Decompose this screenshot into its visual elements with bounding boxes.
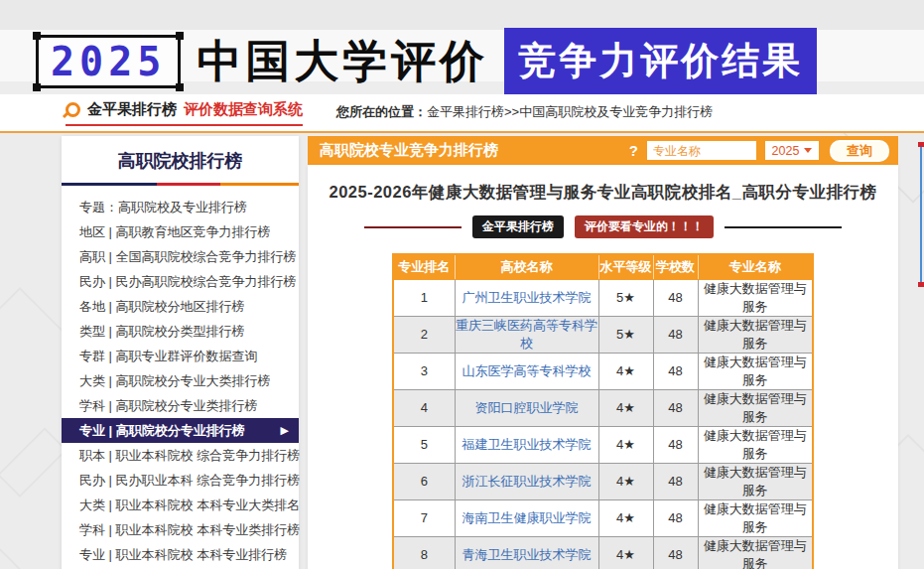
college-link[interactable]: 广州卫生职业技术学院 bbox=[462, 290, 592, 305]
site-brand[interactable]: 金平果排行榜评价数据查询系统 bbox=[66, 100, 303, 126]
college-link[interactable]: 山东医学高等专科学校 bbox=[462, 363, 592, 378]
college-name-cell: 山东医学高等专科学校 bbox=[455, 353, 598, 389]
sidebar-menu: 专题：高职院校及专业排行榜地区 | 高职教育地区竞争力排行榜高职 | 全国高职院… bbox=[62, 186, 299, 567]
content-header-bar: 高职院校专业竞争力排行榜 ? 2025 查询 bbox=[308, 136, 898, 165]
school-count-cell: 48 bbox=[653, 463, 698, 499]
level-cell: 4★ bbox=[598, 499, 653, 536]
major-name-input[interactable] bbox=[647, 141, 756, 160]
major-name-cell: 健康大数据管理与服务 bbox=[698, 316, 813, 353]
rank-cell: 5 bbox=[393, 426, 455, 463]
sidebar-title: 高职院校排行榜 bbox=[62, 136, 299, 183]
banner-title: 中国大学评价 bbox=[197, 32, 488, 91]
sidebar-item[interactable]: 学科 | 高职院校分专业类排行榜 bbox=[62, 393, 299, 418]
sidebar-item[interactable]: 民办 | 民办职业本科 综合竞争力排行榜 bbox=[62, 468, 299, 493]
rank-cell: 7 bbox=[393, 499, 455, 536]
sidebar-item[interactable]: 高职 | 全国高职院校综合竞争力排行榜 bbox=[62, 244, 299, 269]
table-row: 8青海卫生职业技术学院4★48健康大数据管理与服务 bbox=[393, 536, 813, 569]
badge-row: 金平果排行榜 评价要看专业的！！！ bbox=[308, 215, 898, 238]
brand-suffix: 评价数据查询系统 bbox=[184, 100, 303, 119]
table-header-cell: 学校数 bbox=[653, 254, 698, 279]
school-count-cell: 48 bbox=[653, 353, 698, 389]
table-row: 6浙江长征职业技术学院4★48健康大数据管理与服务 bbox=[393, 463, 813, 499]
college-link[interactable]: 重庆三峡医药高等专科学校 bbox=[456, 318, 597, 351]
slogan-badge: 评价要看专业的！！！ bbox=[575, 215, 714, 238]
level-cell: 5★ bbox=[598, 279, 653, 316]
rank-cell: 2 bbox=[393, 316, 455, 353]
year-select[interactable]: 2025 bbox=[765, 141, 819, 160]
table-row: 3山东医学高等专科学校4★48健康大数据管理与服务 bbox=[393, 353, 813, 389]
rank-cell: 6 bbox=[393, 463, 455, 499]
table-header-cell: 专业名称 bbox=[698, 254, 813, 279]
sidebar-item[interactable]: 专题：高职院校及专业排行榜 bbox=[62, 195, 299, 219]
school-count-cell: 48 bbox=[653, 389, 698, 426]
year-select-value: 2025 bbox=[772, 144, 800, 158]
table-header-cell: 高校名称 bbox=[455, 254, 598, 279]
help-icon[interactable]: ? bbox=[629, 142, 638, 159]
college-link[interactable]: 福建卫生职业技术学院 bbox=[462, 437, 592, 452]
college-link[interactable]: 青海卫生职业技术学院 bbox=[462, 547, 592, 562]
page-title: 2025-2026年健康大数据管理与服务专业高职院校排名_高职分专业排行榜 bbox=[308, 182, 898, 204]
rank-cell: 3 bbox=[393, 353, 455, 389]
table-row: 1广州卫生职业技术学院5★48健康大数据管理与服务 bbox=[393, 279, 813, 316]
table-row: 4资阳口腔职业学院4★48健康大数据管理与服务 bbox=[393, 389, 813, 426]
level-cell: 5★ bbox=[598, 316, 653, 353]
sidebar-item[interactable]: 职本 | 职业本科院校 综合竞争力排行榜 bbox=[62, 443, 299, 468]
major-name-cell: 健康大数据管理与服务 bbox=[698, 389, 813, 426]
school-count-cell: 48 bbox=[653, 426, 698, 463]
breadcrumb[interactable]: 您所在的位置：金平果排行榜>>中国高职院校及专业竞争力排行榜 bbox=[336, 103, 713, 123]
year-badge: 2025 bbox=[36, 35, 181, 88]
sidebar-item[interactable]: 专群 | 高职专业群评价数据查询 bbox=[62, 344, 299, 368]
sidebar-item-active[interactable]: 专业 | 高职院校分专业排行榜▶ bbox=[62, 418, 299, 443]
major-name-cell: 健康大数据管理与服务 bbox=[698, 426, 813, 463]
rank-cell: 1 bbox=[393, 279, 455, 316]
table-row: 7海南卫生健康职业学院4★48健康大数据管理与服务 bbox=[393, 499, 813, 536]
college-link[interactable]: 浙江长征职业技术学院 bbox=[462, 474, 592, 489]
top-banner: 2025 中国大学评价 竞争力评价结果 bbox=[0, 0, 924, 94]
active-item-arrow-icon: ▶ bbox=[281, 418, 289, 443]
banner-subtitle: 竞争力评价结果 bbox=[504, 28, 817, 94]
sidebar-item[interactable]: 大类 | 职业本科院校 本科专业大类排名 bbox=[62, 493, 299, 517]
college-name-cell: 重庆三峡医药高等专科学校 bbox=[455, 316, 598, 353]
major-name-cell: 健康大数据管理与服务 bbox=[698, 353, 813, 389]
major-name-cell: 健康大数据管理与服务 bbox=[698, 499, 813, 536]
sidebar-item[interactable]: 专业 | 职业本科院校 本科专业排行榜 bbox=[62, 542, 299, 567]
level-cell: 4★ bbox=[598, 353, 653, 389]
major-name-cell: 健康大数据管理与服务 bbox=[698, 536, 813, 569]
college-name-cell: 资阳口腔职业学院 bbox=[455, 389, 598, 426]
table-header-cell: 水平等级 bbox=[598, 254, 653, 279]
nav-bar: 金平果排行榜评价数据查询系统 您所在的位置：金平果排行榜>>中国高职院校及专业竞… bbox=[0, 94, 924, 133]
breadcrumb-label: 您所在的位置： bbox=[336, 104, 427, 119]
level-cell: 4★ bbox=[598, 426, 653, 463]
sidebar-item[interactable]: 类型 | 高职院校分类型排行榜 bbox=[62, 319, 299, 344]
chevron-down-icon bbox=[804, 148, 812, 153]
rank-cell: 4 bbox=[393, 389, 455, 426]
brand-name: 金平果排行榜 bbox=[87, 100, 177, 119]
query-button[interactable]: 查询 bbox=[830, 140, 889, 162]
search-icon bbox=[66, 102, 80, 117]
college-link[interactable]: 海南卫生健康职业学院 bbox=[462, 510, 592, 525]
right-divider-line bbox=[725, 226, 842, 228]
table-header-row: 专业排名高校名称水平等级学校数专业名称 bbox=[393, 254, 813, 279]
sidebar-title-divider bbox=[62, 183, 299, 186]
annotation-box bbox=[920, 145, 924, 284]
college-link[interactable]: 资阳口腔职业学院 bbox=[475, 400, 579, 415]
college-name-cell: 福建卫生职业技术学院 bbox=[455, 426, 598, 463]
table-row: 2重庆三峡医药高等专科学校5★48健康大数据管理与服务 bbox=[393, 316, 813, 353]
table-row: 5福建卫生职业技术学院4★48健康大数据管理与服务 bbox=[393, 426, 813, 463]
ranking-table: 专业排名高校名称水平等级学校数专业名称 1广州卫生职业技术学院5★48健康大数据… bbox=[392, 253, 814, 569]
left-divider-line bbox=[364, 226, 462, 228]
school-count-cell: 48 bbox=[653, 316, 698, 353]
sidebar-item[interactable]: 大类 | 高职院校分专业大类排行榜 bbox=[62, 368, 299, 393]
sidebar-item[interactable]: 学科 | 职业本科院校 本科专业类排行榜 bbox=[62, 517, 299, 542]
sidebar-item[interactable]: 地区 | 高职教育地区竞争力排行榜 bbox=[62, 219, 299, 244]
college-name-cell: 海南卫生健康职业学院 bbox=[455, 499, 598, 536]
sidebar-item[interactable]: 民办 | 民办高职院校综合竞争力排行榜 bbox=[62, 269, 299, 294]
table-header-cell: 专业排名 bbox=[393, 254, 455, 279]
sidebar-item[interactable]: 各地 | 高职院校分地区排行榜 bbox=[62, 294, 299, 319]
content-panel: 2025-2026年健康大数据管理与服务专业高职院校排名_高职分专业排行榜 金平… bbox=[308, 165, 898, 569]
content-bar-title: 高职院校专业竞争力排行榜 bbox=[320, 141, 498, 160]
rank-cell: 8 bbox=[393, 536, 455, 569]
school-count-cell: 48 bbox=[653, 279, 698, 316]
breadcrumb-path[interactable]: 金平果排行榜>>中国高职院校及专业竞争力排行榜 bbox=[427, 104, 713, 119]
college-name-cell: 浙江长征职业技术学院 bbox=[455, 463, 598, 499]
